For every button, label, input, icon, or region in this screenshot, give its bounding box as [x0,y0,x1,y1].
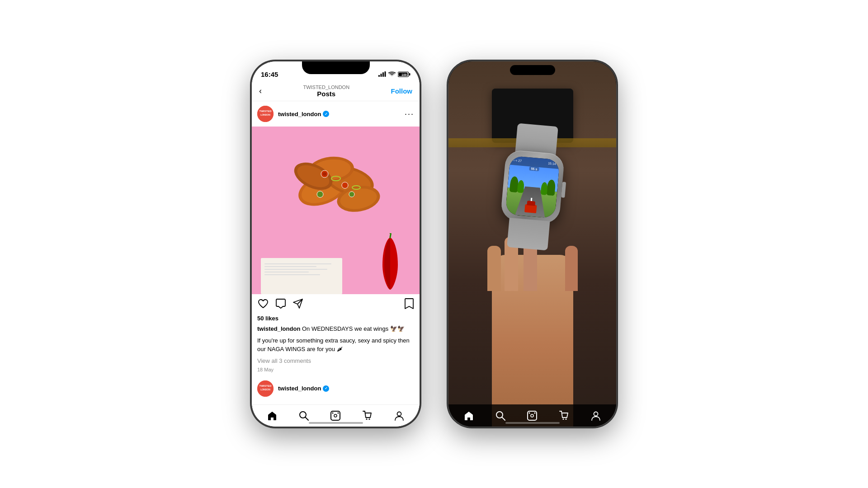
action-bar [252,294,420,315]
post-caption: twisted_london On WEDNESDAYS we eat wing… [252,324,420,334]
next-post-user: TWISTED LONDON twisted_london ✓ [257,380,329,397]
comment-icon [275,298,286,309]
like-button[interactable] [257,298,269,311]
share-icon [292,298,303,309]
next-verified-badge: ✓ [323,385,329,392]
svg-point-35 [332,413,334,414]
watch-screen: ‹ < 27 15:14 55 s [505,155,560,218]
svg-point-45 [534,412,536,413]
more-options-button[interactable]: ··· [405,109,414,119]
view-comments-link[interactable]: View all 3 comments [252,356,420,366]
home-icon-dark [463,411,474,421]
watch-hud-time: 15:14 [547,162,556,166]
bookmark-icon [404,298,414,310]
svg-point-48 [594,412,598,416]
svg-line-41 [502,417,505,420]
next-avatar[interactable]: TWISTED LONDON [257,380,274,397]
shop-icon-dark [559,411,569,421]
username-row: twisted_london ✓ [278,111,329,117]
post-user: TWISTED LONDON twisted_london ✓ [257,106,329,122]
profile-icon-dark [591,411,601,421]
food-wings-image [282,136,390,226]
left-phone: 16:45 [251,61,420,427]
svg-point-36 [338,413,339,414]
svg-rect-1 [381,74,382,77]
svg-point-22 [323,172,326,176]
nav-bar: ‹ TWISTED_LONDON Posts Follow [252,81,420,101]
profile-icon [394,411,404,421]
search-icon [299,411,309,421]
svg-point-34 [334,414,337,417]
svg-text:TWISTED: TWISTED [259,110,272,113]
nav-home-button-dark[interactable] [460,407,478,425]
next-username[interactable]: twisted_london [278,385,321,392]
heart-icon [257,298,269,309]
svg-point-24 [349,192,354,197]
svg-text:LONDON: LONDON [260,113,270,116]
post-image [252,127,420,294]
svg-point-37 [366,418,367,420]
likes-count[interactable]: 50 likes [252,315,420,324]
reels-icon [330,411,340,421]
watch-band-bottom [507,218,550,251]
next-post-header: TWISTED LONDON twisted_london ✓ [252,376,420,401]
wifi-icon [388,71,396,77]
svg-point-44 [529,412,530,413]
nav-posts-label: Posts [303,90,349,98]
home-indicator [309,422,363,424]
status-time: 16:45 [261,70,278,78]
nav-account-name: TWISTED_LONDON [303,84,349,90]
signal-icon [378,71,386,77]
svg-point-46 [562,418,564,420]
nav-title: TWISTED_LONDON Posts [303,84,349,98]
apple-watch: ‹ < 27 15:14 55 s [500,150,565,225]
follow-button[interactable]: Follow [391,87,413,95]
post-date: 18 May [252,366,420,376]
right-phone: ‹ < 27 15:14 55 s [448,61,617,427]
nav-profile-button[interactable] [390,407,408,425]
next-username-row: twisted_london ✓ [278,385,329,392]
search-icon-dark [495,411,505,421]
watch-scene: ‹ < 27 15:14 55 s [448,61,616,427]
finger-1 [487,246,501,291]
svg-rect-5 [409,73,410,75]
svg-point-47 [565,418,566,420]
status-icons: 100 [378,71,410,77]
svg-line-32 [306,418,309,421]
share-button[interactable] [292,298,303,311]
post-extra-text: If you're up for something extra saucy, … [252,334,420,356]
food-scene [252,127,420,294]
nav-home-button[interactable] [263,407,281,425]
battery-icon: 100 [398,71,410,77]
nav-profile-button-dark[interactable] [587,407,605,425]
svg-point-38 [368,418,370,420]
svg-text:LONDON: LONDON [260,388,270,391]
watch-crown [561,182,566,198]
finger-4 [565,246,578,291]
watch-hud-left: ‹ < 27 [513,159,522,163]
svg-rect-3 [385,71,386,77]
comment-button[interactable] [275,298,286,311]
svg-point-39 [397,412,401,416]
post-feed: TWISTED LONDON twisted_london ✓ ··· [252,101,420,404]
paper-menu [261,258,342,294]
caption-text: On WEDNESDAYS we eat wings 🦅🦅 [302,325,405,332]
username[interactable]: twisted_london [278,111,321,117]
game-screen: ‹ < 27 15:14 55 s [505,155,560,218]
notch [302,61,370,74]
game-car [524,204,537,213]
action-icons-left [257,298,303,311]
verified-badge: ✓ [323,111,329,117]
post-header: TWISTED LONDON twisted_london ✓ ··· [252,101,420,127]
bookmark-button[interactable] [404,298,414,311]
home-icon [267,411,278,421]
svg-point-23 [342,182,348,188]
avatar[interactable]: TWISTED LONDON [257,106,274,122]
shop-icon [363,411,373,421]
svg-rect-2 [382,72,384,77]
back-button[interactable]: ‹ [259,86,262,96]
svg-point-43 [531,414,533,417]
chili-pepper-image [379,233,401,292]
svg-text:100: 100 [401,73,407,76]
caption-username[interactable]: twisted_london [257,325,300,332]
